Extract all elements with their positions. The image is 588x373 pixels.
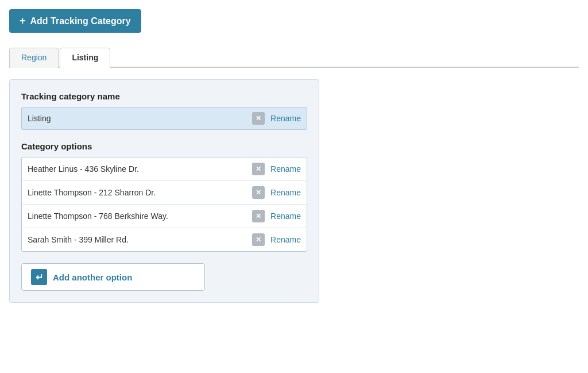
tab-listing[interactable]: Listing xyxy=(60,48,110,68)
tabs-container: Region Listing xyxy=(9,47,579,68)
add-option-button[interactable]: ↵ Add another option xyxy=(21,263,205,291)
category-name-text: Listing xyxy=(28,114,252,123)
plus-icon: + xyxy=(20,15,26,27)
option-row: Linette Thompson - 212 Sharron Dr. ✕ Ren… xyxy=(22,181,307,205)
option-row: Sarah Smith - 399 Miller Rd. ✕ Rename xyxy=(22,228,307,251)
option-text: Linette Thompson - 212 Sharron Dr. xyxy=(28,188,252,197)
category-options-section-title: Category options xyxy=(21,141,307,151)
category-name-row: Listing ✕ Rename xyxy=(21,107,307,130)
option-rename-link-1[interactable]: Rename xyxy=(270,188,301,197)
option-rename-link-2[interactable]: Rename xyxy=(270,212,301,221)
category-options-box: Heather Linus - 436 Skyline Dr. ✕ Rename… xyxy=(21,157,307,252)
option-delete-button-0[interactable]: ✕ xyxy=(252,163,265,175)
option-row: Linette Thompson - 768 Berkshire Way. ✕ … xyxy=(22,205,307,228)
add-option-icon: ↵ xyxy=(31,269,47,285)
option-text: Heather Linus - 436 Skyline Dr. xyxy=(28,164,252,174)
option-rename-link-3[interactable]: Rename xyxy=(270,235,301,244)
category-name-rename-link[interactable]: Rename xyxy=(270,114,301,123)
option-delete-button-2[interactable]: ✕ xyxy=(252,210,265,222)
tab-region[interactable]: Region xyxy=(9,48,59,68)
add-tracking-category-button[interactable]: + Add Tracking Category xyxy=(9,9,141,33)
option-text: Sarah Smith - 399 Miller Rd. xyxy=(28,235,252,244)
option-row: Heather Linus - 436 Skyline Dr. ✕ Rename xyxy=(22,157,307,181)
add-tracking-label: Add Tracking Category xyxy=(30,16,131,26)
category-name-delete-button[interactable]: ✕ xyxy=(252,112,265,125)
option-delete-button-1[interactable]: ✕ xyxy=(252,186,265,199)
option-delete-button-3[interactable]: ✕ xyxy=(252,233,265,246)
category-name-section-title: Tracking category name xyxy=(21,91,307,101)
tracking-panel: Tracking category name Listing ✕ Rename … xyxy=(9,79,319,303)
add-option-label: Add another option xyxy=(53,272,132,282)
option-rename-link-0[interactable]: Rename xyxy=(270,164,301,174)
option-text: Linette Thompson - 768 Berkshire Way. xyxy=(28,212,252,221)
